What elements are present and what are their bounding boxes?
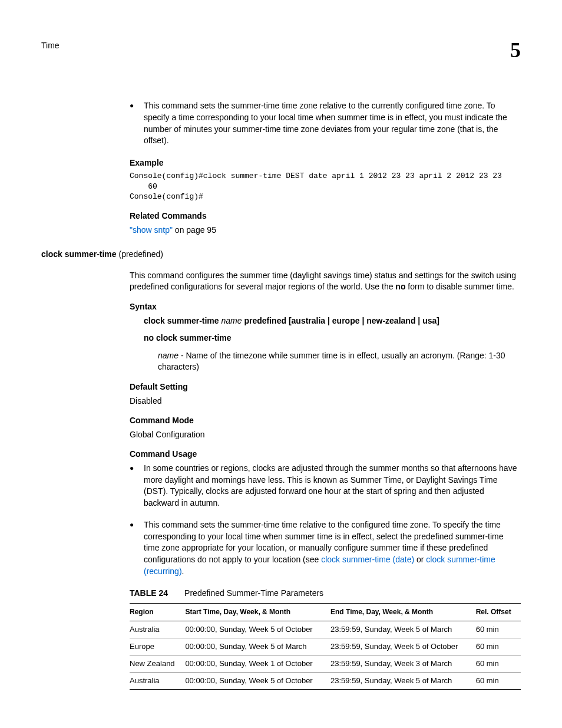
bullet-item: ● This command sets the summer-time time…: [130, 519, 521, 577]
table-row: Europe 00:00:00, Sunday, Week 5 of March…: [130, 638, 521, 655]
table-row: New Zealand 00:00:00, Sunday, Week 1 of …: [130, 655, 521, 673]
syntax-line-1: clock summer-time name predefined [austr…: [144, 315, 521, 327]
command-title-row: clock summer-time (predefined): [41, 249, 521, 261]
td-region: New Zealand: [130, 655, 185, 673]
related-heading: Related Commands: [130, 210, 521, 222]
th-region: Region: [130, 603, 185, 621]
command-mode-value: Global Configuration: [130, 429, 521, 441]
syntax-line-2: no clock summer-time: [144, 332, 521, 344]
content-area: ● This command sets the summer-time time…: [130, 100, 521, 690]
desc-bold: no: [395, 282, 405, 291]
td-region: Australia: [130, 621, 185, 638]
syntax-line1-name: name: [219, 316, 244, 325]
show-sntp-link[interactable]: "show sntp": [130, 225, 173, 235]
td-offset: 60 min: [476, 621, 521, 638]
default-setting-heading: Default Setting: [130, 381, 521, 393]
example-code: Console(config)#clock summer-time DEST d…: [130, 171, 521, 202]
td-offset: 60 min: [476, 673, 521, 690]
th-start: Start Time, Day, Week, & Month: [185, 603, 330, 621]
syntax-line1-pre: clock summer-time: [144, 316, 219, 325]
td-end: 23:59:59, Sunday, Week 5 of March: [330, 673, 476, 690]
td-region: Europe: [130, 638, 185, 655]
syntax-name-label: name: [158, 351, 178, 360]
bullet-dot-icon: ●: [130, 100, 144, 146]
command-usage-heading: Command Usage: [130, 449, 521, 460]
table-caption: Predefined Summer-Time Parameters: [184, 588, 323, 598]
th-offset: Rel. Offset: [476, 603, 521, 621]
desc-post: form to disable summer time.: [405, 282, 514, 291]
syntax-heading: Syntax: [130, 301, 521, 313]
table-header-row: Region Start Time, Day, Week, & Month En…: [130, 603, 521, 621]
bullet-text: This command sets the summer-time time z…: [144, 100, 521, 146]
bullet-dot-icon: ●: [130, 463, 144, 509]
td-start: 00:00:00, Sunday, Week 1 of October: [185, 655, 330, 673]
td-start: 00:00:00, Sunday, Week 5 of October: [185, 621, 330, 638]
chapter-number: 5: [510, 35, 521, 65]
syntax-name-desc: name - Name of the timezone while summer…: [158, 350, 521, 373]
td-region: Australia: [130, 673, 185, 690]
default-setting-value: Disabled: [130, 396, 521, 407]
parameters-table: Region Start Time, Day, Week, & Month En…: [130, 603, 521, 690]
bullet-dot-icon: ●: [130, 519, 144, 577]
clock-summer-time-date-link[interactable]: clock summer-time (date): [321, 555, 414, 564]
command-mode-heading: Command Mode: [130, 415, 521, 427]
table-row: Australia 00:00:00, Sunday, Week 5 of Oc…: [130, 621, 521, 638]
related-suffix: on page 95: [173, 225, 216, 235]
related-line: "show sntp" on page 95: [130, 225, 521, 236]
bullet-item: ● This command sets the summer-time time…: [130, 100, 521, 146]
table-title: TABLE 24Predefined Summer-Time Parameter…: [130, 588, 521, 599]
example-heading: Example: [130, 157, 521, 169]
command-paren: (predefined): [117, 249, 163, 259]
page-header: Time 5: [41, 35, 521, 65]
table-row: Australia 00:00:00, Sunday, Week 5 of Oc…: [130, 673, 521, 690]
header-section: Time: [41, 35, 59, 52]
td-offset: 60 min: [476, 638, 521, 655]
command-description: This command configures the summer time …: [130, 270, 521, 293]
table-label: TABLE 24: [130, 588, 168, 598]
usage-b2-post: .: [182, 566, 184, 576]
td-end: 23:59:59, Sunday, Week 5 of October: [330, 638, 476, 655]
td-offset: 60 min: [476, 655, 521, 673]
syntax-name-text: - Name of the timezone while summer time…: [158, 351, 505, 372]
th-end: End Time, Day, Week, & Month: [330, 603, 476, 621]
td-end: 23:59:59, Sunday, Week 5 of March: [330, 621, 476, 638]
usage-b2-mid: or: [414, 555, 426, 564]
td-start: 00:00:00, Sunday, Week 5 of March: [185, 638, 330, 655]
syntax-line1-post: predefined [australia | europe | new-zea…: [244, 316, 439, 325]
usage-b2: This command sets the summer-time time r…: [144, 519, 521, 577]
td-start: 00:00:00, Sunday, Week 5 of October: [185, 673, 330, 690]
command-name: clock summer-time: [41, 249, 117, 259]
td-end: 23:59:59, Sunday, Week 3 of March: [330, 655, 476, 673]
usage-b1: In some countries or regions, clocks are…: [144, 463, 521, 509]
bullet-item: ● In some countries or regions, clocks a…: [130, 463, 521, 509]
